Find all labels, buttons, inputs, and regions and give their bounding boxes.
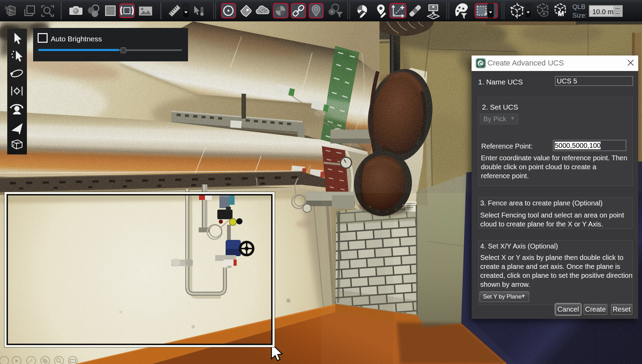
svg-text:QLB: QLB [572, 3, 585, 10]
svg-text:M: M [558, 9, 564, 18]
svg-text:10.0 m: 10.0 m [592, 8, 613, 16]
svg-text:Size:: Size: [572, 12, 587, 19]
